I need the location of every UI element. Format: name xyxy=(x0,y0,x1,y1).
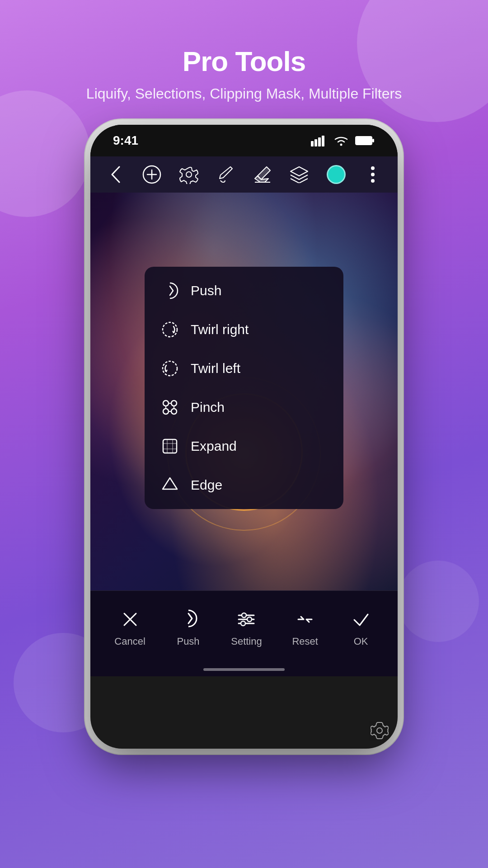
cancel-icon xyxy=(117,607,143,632)
status-bar: 9:41 xyxy=(90,125,398,156)
push-icon xyxy=(160,281,179,300)
menu-item-expand[interactable]: Expand xyxy=(145,427,343,466)
svg-marker-31 xyxy=(163,478,177,489)
push-label: Push xyxy=(191,283,221,298)
reset-icon xyxy=(292,607,318,632)
push-action[interactable]: Push xyxy=(176,607,201,647)
expand-label: Expand xyxy=(191,439,237,454)
setting-action[interactable]: Setting xyxy=(231,607,262,647)
layers-button[interactable] xyxy=(288,163,310,186)
expand-icon xyxy=(160,437,179,456)
color-button[interactable] xyxy=(325,163,347,186)
status-time: 9:41 xyxy=(113,133,138,148)
menu-item-twirl-right[interactable]: Twirl right xyxy=(145,310,343,349)
dropdown-menu: Push Twirl right xyxy=(145,267,343,509)
setting-icon xyxy=(234,607,259,632)
eraser-button[interactable] xyxy=(251,163,274,186)
pinch-icon xyxy=(160,398,179,417)
svg-point-37 xyxy=(242,613,246,618)
bottom-bar: Cancel Push xyxy=(90,590,398,663)
header-section: Pro Tools Liquify, Selections, Clipping … xyxy=(0,0,488,125)
svg-point-11 xyxy=(186,172,192,177)
wifi-icon xyxy=(333,135,349,146)
ok-action[interactable]: OK xyxy=(348,607,374,647)
svg-point-21 xyxy=(171,409,177,414)
corner-settings-icon[interactable] xyxy=(371,722,389,740)
svg-rect-7 xyxy=(356,137,371,144)
canvas-area[interactable]: Push Twirl right xyxy=(90,193,398,590)
push-bottom-label: Push xyxy=(177,636,199,647)
settings-button[interactable] xyxy=(178,163,200,186)
toolbar xyxy=(90,156,398,193)
home-indicator xyxy=(90,663,398,676)
svg-rect-0 xyxy=(311,141,314,146)
twirl-right-label: Twirl right xyxy=(191,322,249,337)
menu-item-push[interactable]: Push xyxy=(145,271,343,310)
add-button[interactable] xyxy=(141,163,163,186)
twirl-left-icon xyxy=(160,359,179,378)
svg-rect-6 xyxy=(372,139,374,142)
more-button[interactable] xyxy=(361,163,384,186)
svg-rect-26 xyxy=(163,439,177,453)
twirl-right-icon xyxy=(160,320,179,339)
page-subtitle: Liquify, Selections, Clipping Mask, Mult… xyxy=(0,85,488,102)
battery-icon xyxy=(355,135,375,146)
svg-point-14 xyxy=(371,173,375,176)
svg-rect-3 xyxy=(322,136,324,146)
push-bottom-icon xyxy=(176,607,201,632)
menu-item-pinch[interactable]: Pinch xyxy=(145,388,343,427)
brush-button[interactable] xyxy=(214,163,237,186)
phone-frame: 9:41 xyxy=(90,125,398,749)
twirl-left-label: Twirl left xyxy=(191,361,240,376)
svg-point-15 xyxy=(371,179,375,183)
reset-label: Reset xyxy=(292,636,318,647)
menu-item-edge[interactable]: Edge xyxy=(145,466,343,505)
setting-label: Setting xyxy=(231,636,262,647)
pinch-label: Pinch xyxy=(191,400,225,415)
home-bar xyxy=(203,668,285,671)
back-button[interactable] xyxy=(104,163,127,186)
svg-point-38 xyxy=(247,617,252,622)
page-title: Pro Tools xyxy=(0,45,488,77)
menu-item-twirl-left[interactable]: Twirl left xyxy=(145,349,343,388)
reset-action[interactable]: Reset xyxy=(292,607,318,647)
svg-point-39 xyxy=(241,621,245,626)
svg-point-20 xyxy=(163,409,169,414)
svg-rect-2 xyxy=(318,137,321,146)
cancel-action[interactable]: Cancel xyxy=(114,607,145,647)
svg-point-13 xyxy=(371,166,375,170)
edge-label: Edge xyxy=(191,477,222,493)
ok-icon xyxy=(348,607,374,632)
status-icons xyxy=(311,135,375,146)
cancel-label: Cancel xyxy=(114,636,145,647)
signal-icon xyxy=(311,135,327,146)
svg-point-18 xyxy=(163,401,169,406)
svg-point-19 xyxy=(171,401,177,406)
svg-rect-1 xyxy=(314,139,317,146)
svg-point-4 xyxy=(340,144,343,146)
edge-icon xyxy=(160,476,179,495)
ok-label: OK xyxy=(354,636,368,647)
phone-mockup: 9:41 xyxy=(0,125,488,749)
svg-point-40 xyxy=(377,728,382,733)
